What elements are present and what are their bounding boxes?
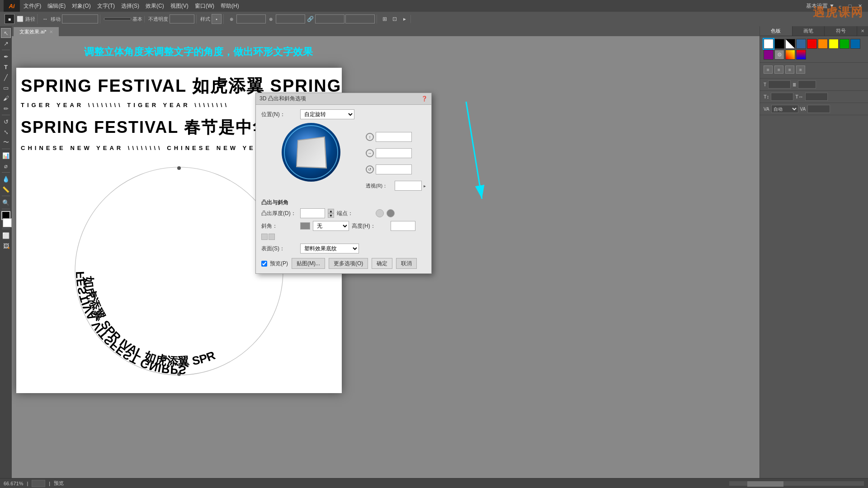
pen-tool[interactable]: ✒ xyxy=(1,52,11,61)
perspective-row: 透视(R)： 0° ▸ xyxy=(366,181,426,191)
more-options-button[interactable]: 更多选项(O) xyxy=(329,258,368,269)
cap-btn1[interactable] xyxy=(376,209,384,217)
style-btn[interactable]: ▪ xyxy=(212,14,222,24)
rect-tool[interactable]: ▭ xyxy=(1,83,11,93)
scale-v-input[interactable]: 100% xyxy=(805,93,828,101)
opacity-input[interactable]: 100% xyxy=(170,14,194,23)
bevel-select[interactable]: 无 xyxy=(313,221,349,231)
menu-effect[interactable]: 效果(C) xyxy=(143,1,167,11)
scale-tool[interactable]: ⤡ xyxy=(1,127,11,137)
swatch-red[interactable] xyxy=(807,39,817,49)
type-tool[interactable]: T xyxy=(1,62,11,72)
menu-select[interactable]: 选择(S) xyxy=(118,1,142,11)
w-input[interactable]: 23.3951 xyxy=(315,14,344,23)
angle2-row: ↔ 0° xyxy=(366,148,426,158)
menu-object[interactable]: 对象(O) xyxy=(69,1,93,11)
bevel-btn1[interactable] xyxy=(261,234,268,240)
move-section: ↔ 移动 xyxy=(39,14,100,23)
swatch-blue2[interactable] xyxy=(850,39,860,49)
depth-input[interactable]: 50 pt xyxy=(300,208,325,218)
depth-stepper[interactable]: ▲ ▼ xyxy=(328,209,334,218)
black-fill-btn[interactable]: ■ xyxy=(5,14,14,24)
tracking-select[interactable]: 自动 xyxy=(771,105,798,113)
rotate-tool[interactable]: ↺ xyxy=(1,117,11,127)
link-icon: 🔗 xyxy=(306,15,314,23)
menu-text[interactable]: 文字(T) xyxy=(94,1,118,11)
h-scrollbar-thumb[interactable] xyxy=(747,481,783,487)
move-value[interactable] xyxy=(62,14,98,23)
zoom-tool[interactable]: 🔍 xyxy=(1,197,11,207)
kern-input[interactable]: 0 xyxy=(807,105,830,113)
align-center-btn[interactable]: ≡ xyxy=(774,66,783,74)
transform-icon: ⊡ xyxy=(391,15,399,23)
y-input[interactable]: 29.9931 xyxy=(276,14,305,23)
preview-checkbox[interactable] xyxy=(261,261,267,267)
align-left-btn[interactable]: ≡ xyxy=(764,66,773,74)
dialog-help-btn[interactable]: ❓ xyxy=(421,96,428,102)
line-tool[interactable]: ╱ xyxy=(1,72,11,82)
swatch-green[interactable] xyxy=(840,39,849,49)
toolbar: ■ ⬜ 路径 ↔ 移动 基本 不透明度 100% 样式 ▪ ⊕ 26.6704 … xyxy=(0,12,868,26)
h-input[interactable]: 23.3951 xyxy=(345,14,375,23)
menu-file[interactable]: 文件(F) xyxy=(21,1,44,11)
bevel-btn2[interactable] xyxy=(269,234,275,240)
angle1-input[interactable]: 115° xyxy=(376,132,412,142)
swatch-gear[interactable]: ⚙ xyxy=(774,50,784,60)
eyedrop-tool[interactable]: 💧 xyxy=(1,174,11,184)
stroke-color[interactable] xyxy=(3,218,12,227)
layer-comp[interactable]: ★ 🖼 xyxy=(1,241,11,251)
brush-tool[interactable]: 🖌 xyxy=(1,93,11,103)
blend-tool[interactable]: ⌀ xyxy=(1,161,11,171)
main-tab[interactable]: 文案效果.ai* ✕ xyxy=(14,27,59,36)
dialog-footer: 预览(P) 贴图(M)... 更多选项(O) 确定 联消 xyxy=(261,258,426,269)
menu-edit[interactable]: 编辑(E) xyxy=(45,1,68,11)
menu-window[interactable]: 窗口(W) xyxy=(192,1,217,11)
swatch-blue1[interactable] xyxy=(796,39,806,49)
page-input[interactable]: 1 xyxy=(32,480,45,487)
pencil-tool[interactable]: ✏ xyxy=(1,103,11,113)
scale-h-icon: T↕ xyxy=(764,94,769,99)
direct-select-tool[interactable]: ↗ xyxy=(1,38,11,48)
height-input[interactable]: 4 pt xyxy=(391,221,415,231)
menu-help[interactable]: 帮助(H) xyxy=(218,1,242,11)
perspective-input[interactable]: 0° xyxy=(395,181,422,191)
angle2-input[interactable]: 0° xyxy=(376,148,412,158)
swatch-white[interactable] xyxy=(764,39,774,49)
scale-h-input[interactable]: 100% xyxy=(771,93,793,101)
cap-btn2[interactable] xyxy=(387,209,395,217)
style-section: 样式 ▪ xyxy=(198,14,224,24)
angle3-input[interactable]: -178° xyxy=(376,164,412,174)
h-scrollbar[interactable] xyxy=(729,481,864,486)
surface-select[interactable]: 塑料效果底纹 xyxy=(300,244,359,253)
x-input[interactable]: 26.6704 xyxy=(236,14,266,23)
zoom-display: 66.671% xyxy=(4,481,23,486)
cancel-button[interactable]: 联消 xyxy=(396,258,417,269)
swatch-black[interactable] xyxy=(774,39,784,49)
align-right-btn[interactable]: ≡ xyxy=(785,66,794,74)
menu-view[interactable]: 视图(V) xyxy=(168,1,191,11)
ok-button[interactable]: 确定 xyxy=(372,258,392,269)
swatch-orange[interactable] xyxy=(818,39,828,49)
justify-btn[interactable]: ≡ xyxy=(796,66,805,74)
tab-brushes[interactable]: 画笔 xyxy=(793,26,825,36)
swatch-purple[interactable] xyxy=(764,50,774,60)
map-button[interactable]: 贴图(M)... xyxy=(292,258,325,269)
font-size-input[interactable]: 12 pt xyxy=(768,80,791,89)
swatch-none[interactable] xyxy=(785,39,795,49)
warp-tool[interactable]: 〜 xyxy=(1,137,11,147)
swatch-gradient2[interactable] xyxy=(796,50,806,60)
leading-input[interactable] xyxy=(798,80,816,89)
swatch-gradient[interactable] xyxy=(785,50,795,60)
select-tool[interactable]: ↖ xyxy=(1,28,11,38)
screen-mode[interactable]: ⬜ xyxy=(1,230,11,240)
tab-close-btn[interactable]: ✕ xyxy=(49,29,53,34)
measure-tool[interactable]: 📏 xyxy=(1,184,11,194)
graph-tool[interactable]: 📊 xyxy=(1,150,11,160)
tab-swatches[interactable]: 色板 xyxy=(760,26,793,36)
tool-separator-5 xyxy=(2,196,10,196)
tab-symbols[interactable]: 符号 xyxy=(825,26,857,36)
swatch-yellow[interactable] xyxy=(829,39,839,49)
preview-checkbox-label[interactable]: 预览(P) xyxy=(261,260,288,267)
position-select[interactable]: 自定旋转 xyxy=(300,109,354,119)
panel-close-btn[interactable]: ✕ xyxy=(857,26,868,36)
